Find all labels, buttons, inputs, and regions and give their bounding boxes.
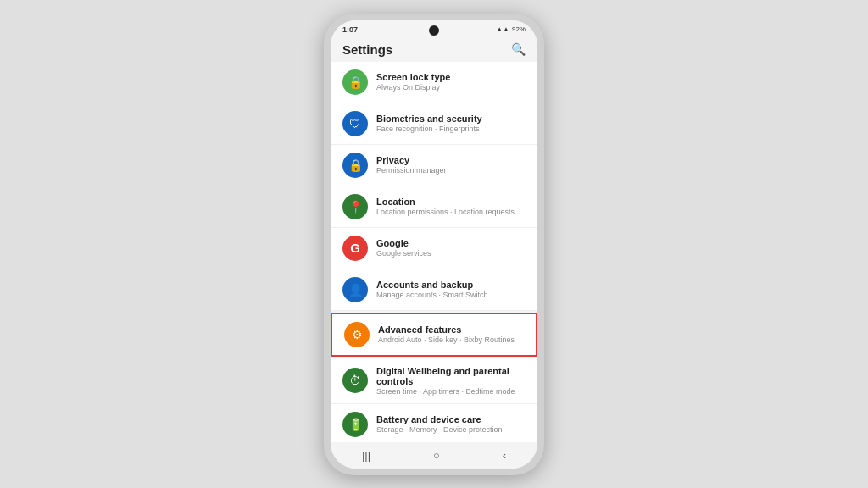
status-time: 1:07 [342,25,358,34]
item-subtitle-location: Location permissions · Location requests [376,208,526,216]
item-subtitle-battery: Storage · Memory · Device protection [376,425,526,434]
list-item-biometrics[interactable]: 🛡 Biometrics and security Face recogniti… [331,103,537,145]
list-item-screen-lock[interactable]: 🔒 Screen lock type Always On Display [331,62,537,103]
accounts-icon: 👤 [342,277,368,302]
settings-list: 🔒 Screen lock type Always On Display 🛡 B… [331,62,537,442]
privacy-icon: 🔒 [342,152,368,178]
item-subtitle-google: Google services [376,249,526,258]
battery-icon: 92% [512,25,526,33]
screen-lock-icon: 🔒 [342,69,368,95]
item-title-digital-wellbeing: Digital Wellbeing and parental controls [376,366,526,386]
status-icons: ▲▲ 92% [496,25,526,33]
item-title-advanced: Advanced features [378,324,524,335]
nav-bar: ||| ○ ‹ [331,442,537,469]
item-subtitle-biometrics: Face recognition · Fingerprints [376,125,526,133]
search-button[interactable]: 🔍 [511,42,526,56]
item-title-privacy: Privacy [376,155,526,165]
list-item-accounts[interactable]: 👤 Accounts and backup Manage accounts · … [331,269,537,311]
list-item-location[interactable]: 📍 Location Location permissions · Locati… [331,186,537,228]
nav-home-button[interactable]: ○ [433,449,440,462]
signal-icon: ▲▲ [496,25,509,33]
phone-screen: 1:07 ▲▲ 92% Settings 🔍 🔒 Screen lock typ… [331,20,537,469]
phone-frame: 1:07 ▲▲ 92% Settings 🔍 🔒 Screen lock typ… [324,14,544,475]
location-icon: 📍 [342,194,368,219]
advanced-icon: ⚙ [344,322,370,347]
list-item-google[interactable]: G Google Google services [331,228,537,269]
list-item-advanced[interactable]: ⚙ Advanced features Android Auto · Side … [331,313,537,357]
google-icon: G [342,236,368,261]
item-title-battery: Battery and device care [376,414,526,424]
nav-recent-button[interactable]: ‹ [503,449,506,462]
list-item-digital-wellbeing[interactable]: ⏱ Digital Wellbeing and parental control… [331,358,537,404]
item-subtitle-advanced: Android Auto · Side key · Bixby Routines [378,336,524,344]
item-title-biometrics: Biometrics and security [376,114,526,124]
page-title: Settings [342,42,392,57]
item-subtitle-screen-lock: Always On Display [376,83,526,92]
item-subtitle-privacy: Permission manager [376,166,526,175]
item-subtitle-digital-wellbeing: Screen time · App timers · Bedtime mode [376,387,526,396]
item-title-accounts: Accounts and backup [376,280,526,290]
item-title-google: Google [376,238,526,248]
item-title-location: Location [376,197,526,207]
biometrics-icon: 🛡 [342,111,368,136]
battery-device-icon: 🔋 [342,412,368,437]
settings-header: Settings 🔍 [331,36,537,62]
list-item-battery[interactable]: 🔋 Battery and device care Storage · Memo… [331,404,537,442]
item-title-screen-lock: Screen lock type [376,72,526,82]
camera-notch [429,25,439,36]
nav-back-button[interactable]: ||| [362,449,370,462]
item-subtitle-accounts: Manage accounts · Smart Switch [376,291,526,299]
list-item-privacy[interactable]: 🔒 Privacy Permission manager [331,145,537,186]
digital-wellbeing-icon: ⏱ [342,368,368,393]
